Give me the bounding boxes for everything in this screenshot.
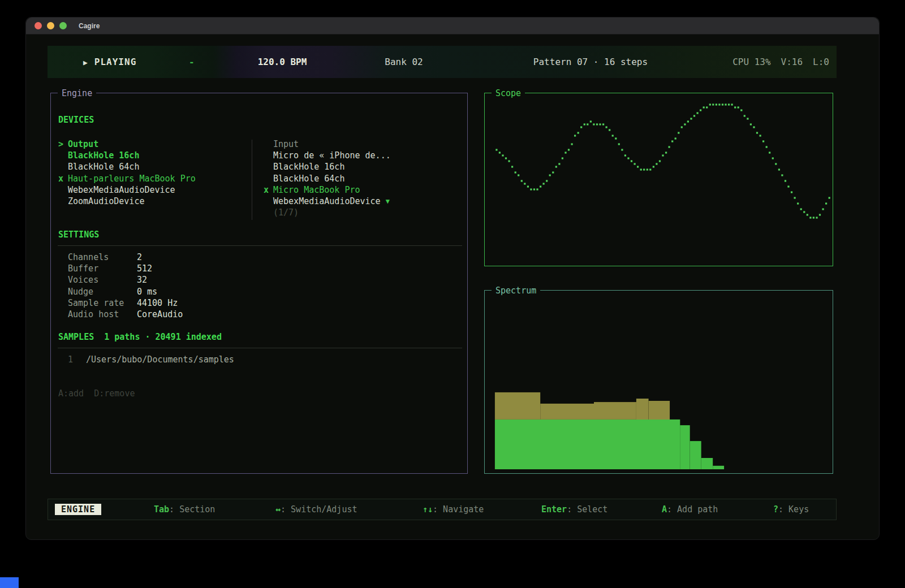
device-item[interactable]: WebexMediaAudioDevice▼ [264,196,456,207]
setting-value: 512 [137,263,152,274]
output-device-list: >OutputBlackHole 16chBlackHole 64chxHaut… [58,139,251,207]
input-device-list: InputMicro de « iPhone de...BlackHole 16… [264,139,456,218]
shortcut-label: : Navigate [433,504,484,514]
device-item[interactable]: BlackHole 16ch [264,161,456,172]
device-label: WebexMediaAudioDevice [273,196,381,207]
shortcut-hint: ?: Keys [773,504,809,514]
status-bar: ENGINE Tab: Section↔: Switch/Adjust↑↓: N… [48,499,837,520]
marker-slot [264,161,273,172]
setting-row[interactable]: Channels2 [68,252,183,263]
setting-row[interactable]: Audio hostCoreAudio [68,309,183,320]
minimize-button[interactable] [47,22,54,29]
devices-heading: DEVICES [58,114,94,126]
desktop: Cagire ▶PLAYING - 120.0 BPM Bank 02 Patt… [0,0,905,588]
device-label: BlackHole 16ch [273,161,344,172]
device-item[interactable]: BlackHole 64ch [58,161,251,172]
setting-label: Nudge [68,286,137,297]
samples-divider [58,348,462,348]
mode-badge: ENGINE [55,504,101,515]
setting-value: 0 ms [137,286,157,297]
app-window: Cagire ▶PLAYING - 120.0 BPM Bank 02 Patt… [25,17,880,540]
bpm-display: 120.0 BPM [231,46,333,78]
play-icon: ▶ [83,58,88,67]
path-text: /Users/bubo/Documents/samples [86,354,234,365]
marker-slot [264,207,273,218]
setting-value: CoreAudio [137,309,183,320]
setting-label: Buffer [68,263,137,274]
engine-panel: Engine DEVICES >OutputBlackHole 16chBlac… [50,93,468,474]
path-index: 1 [68,354,86,365]
shortcut-key: Enter [541,504,567,514]
sample-path-list: 1/Users/bubo/Documents/samples [68,354,234,365]
input-pager: (1/7) [264,207,456,218]
samples-hint: A:add D:remove [58,388,135,399]
setting-label: Voices [68,274,137,286]
setting-row[interactable]: Voices32 [68,274,183,286]
sample-path-row[interactable]: 1/Users/bubo/Documents/samples [68,354,234,365]
transport-separator: - [189,46,195,78]
close-button[interactable] [35,22,42,29]
device-item[interactable]: xMicro MacBook Pro [264,184,456,196]
output-column-header: >Output [58,139,251,150]
marker-slot [58,150,68,161]
shortcut-label: : Keys [778,504,809,514]
samples-heading: SAMPLES 1 paths · 20491 indexed [58,331,222,343]
marker-slot [58,196,68,207]
device-label: (1/7) [273,207,299,218]
column-divider [252,140,252,220]
device-label: BlackHole 64ch [68,161,139,172]
maximize-button[interactable] [59,22,67,29]
cursor-icon: > [58,139,68,150]
active-device-marker: x [264,184,273,196]
device-label: Output [68,139,98,150]
window-title: Cagire [79,22,100,30]
pattern-display: Pattern 07 · 16 steps [531,46,650,78]
device-item[interactable]: ZoomAudioDevice [58,196,251,207]
device-item[interactable]: BlackHole 64ch [264,173,456,184]
shortcut-label: : Switch/Adjust [281,504,357,514]
scope-panel: Scope [484,93,833,266]
transport-status: ▶PLAYING [83,46,136,78]
shortcut-label: : Select [567,504,607,514]
shortcut-label: : Section [169,504,215,514]
voices-stat: V:16 [781,46,803,78]
settings-heading: SETTINGS [58,229,99,240]
shortcut-key: ? [773,504,778,514]
setting-label: Sample rate [68,297,137,309]
engine-panel-title: Engine [58,88,96,99]
setting-value: 2 [137,252,142,263]
spectrum-panel: Spectrum [484,290,833,474]
device-item[interactable]: BlackHole 16ch [58,150,251,161]
shortcut-hint: ↑↓: Navigate [423,504,484,514]
setting-row[interactable]: Sample rate44100 Hz [68,297,183,309]
shortcut-hint: Enter: Select [541,504,607,514]
active-device-marker: x [58,173,68,184]
shortcut-key: Tab [154,504,169,514]
input-column-header: Input [264,139,456,150]
device-item[interactable]: xHaut-parleurs MacBook Pro [58,173,251,184]
device-label: BlackHole 64ch [273,173,344,184]
marker-slot [58,184,68,196]
device-item[interactable]: WebexMediaAudioDevice [58,184,251,196]
setting-row[interactable]: Nudge0 ms [68,286,183,297]
transport-state-label: PLAYING [94,57,136,67]
marker-slot [58,161,68,172]
device-label: WebexMediaAudioDevice [68,184,175,196]
device-label: Micro de « iPhone de... [273,150,391,161]
transport-bar: ▶PLAYING - 120.0 BPM Bank 02 Pattern 07 … [48,46,837,78]
window-titlebar[interactable]: Cagire [26,18,879,34]
device-label: Input [273,139,299,150]
system-stats: CPU 13% V:16 L:0 [732,46,829,78]
shortcut-key: ↔ [275,504,281,514]
spectrum-chart [485,291,833,473]
shortcut-hint: ↔: Switch/Adjust [275,504,357,514]
shortcut-key: A [662,504,667,514]
dropdown-arrow-icon: ▼ [386,196,390,207]
settings-divider [58,245,462,246]
setting-label: Audio host [68,309,137,320]
samples-heading-label: SAMPLES [58,331,94,343]
shortcut-hint: Tab: Section [154,504,215,514]
scope-waveform [485,93,833,266]
device-item[interactable]: Micro de « iPhone de... [264,150,456,161]
setting-row[interactable]: Buffer512 [68,263,183,274]
